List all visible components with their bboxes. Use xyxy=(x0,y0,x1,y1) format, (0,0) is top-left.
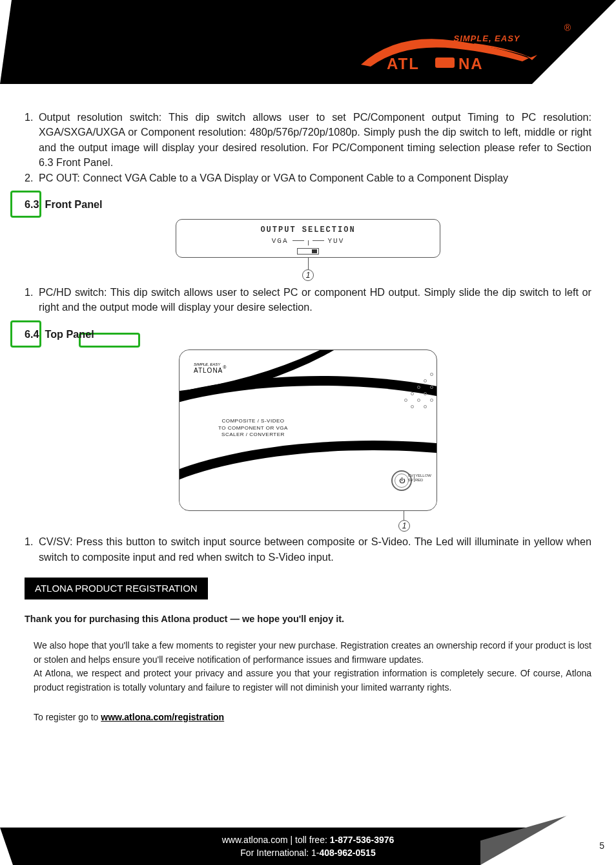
list-item: 1. Output resolution switch: This dip sw… xyxy=(25,110,591,171)
item-number: 1. xyxy=(25,285,39,315)
desc-line: to Component or VGA xyxy=(218,425,288,432)
item-text: PC/HD switch: This dip switch allows use… xyxy=(39,285,591,315)
section-6-4-heading: 6.4. Top Panel xyxy=(25,327,591,342)
thank-you-text: Thank you for purchasing this Atlona pro… xyxy=(25,612,591,626)
toll-free-number: 1-877-536-3976 xyxy=(330,835,395,845)
page-header: ® SIMPLE, EASY ATL NA xyxy=(0,0,616,84)
page-content: 1. Output resolution switch: This dip sw… xyxy=(0,84,616,725)
desc-line: Composite / S-Video xyxy=(218,418,288,424)
power-glyph: ⏻ xyxy=(399,477,405,485)
registration-paragraph: We also hope that you'll take a few mome… xyxy=(34,639,591,667)
device-top-outline: SIMPLE, EASY ATLONA® Composite / S-Video… xyxy=(179,349,437,511)
brand-logo: ® SIMPLE, EASY ATL NA xyxy=(358,19,539,74)
registration-section-label: ATLONA PRODUCT REGISTRATION xyxy=(25,578,208,599)
tee-line xyxy=(308,240,309,245)
svg-text:ATL: ATL xyxy=(387,55,420,72)
dip-switch-icon xyxy=(297,248,319,255)
callout-leader-line xyxy=(404,511,404,520)
registration-paragraph: At Atlona, we respect and protect your p… xyxy=(34,667,591,694)
device-front-outline: OUTPUT SELECTION VGA YUV xyxy=(176,219,440,258)
svg-text:NA: NA xyxy=(458,55,484,72)
section-6-4-list: 1. CV/SV: Press this button to switch in… xyxy=(25,534,591,565)
registration-link[interactable]: www.atlona.com/registration xyxy=(101,712,224,722)
device-description-text: Composite / S-Video to Component or VGA … xyxy=(218,418,288,438)
list-item: 2. PC OUT: Connect VGA Cable to a VGA Di… xyxy=(25,171,591,185)
item-text: CV/SV: Press this button to switch input… xyxy=(39,534,591,565)
intl-number: 408-962-0515 xyxy=(319,848,375,858)
red-label: RED xyxy=(415,478,424,482)
vga-label: VGA xyxy=(272,236,289,247)
desc-line: Scaler / Converter xyxy=(218,432,288,438)
yellow-label: YELLOW xyxy=(415,474,431,477)
callout-number: 1 xyxy=(302,269,314,281)
connector-line xyxy=(293,240,304,241)
list-item: 1. PC/HD switch: This dip switch allows … xyxy=(25,285,591,315)
footer-text: www.atlona.com | toll free: xyxy=(222,835,330,845)
section-6-3-list: 1. PC/HD switch: This dip switch allows … xyxy=(25,285,591,315)
section-6-2-list: 1. Output resolution switch: This dip sw… xyxy=(25,110,591,185)
heading-text: 6.3. Front Panel xyxy=(25,198,103,210)
registered-mark: ® xyxy=(223,365,227,370)
item-text: Output resolution switch: This dip switc… xyxy=(39,110,591,171)
logo-text: ATLONA xyxy=(194,367,223,374)
device-brand-logo: SIMPLE, EASY ATLONA® xyxy=(194,362,227,375)
heading-text: 6.4. Top Panel xyxy=(25,328,94,340)
output-selection-label: OUTPUT SELECTION xyxy=(260,225,355,236)
svg-rect-1 xyxy=(435,57,455,68)
registered-mark: ® xyxy=(564,23,571,33)
output-options-row: VGA YUV xyxy=(272,236,345,247)
callout-number: 1 xyxy=(398,520,410,532)
top-panel-diagram: SIMPLE, EASY ATLONA® Composite / S-Video… xyxy=(179,349,437,532)
registration-cta: To register go to www.atlona.com/registr… xyxy=(34,711,591,725)
page-number: 5 xyxy=(599,840,604,851)
button-legend: CVYELLOW SVRED xyxy=(408,474,431,482)
callout-wrap: 1 xyxy=(179,511,437,532)
footer-text: For International: 1- xyxy=(240,848,319,858)
sv-label: SV xyxy=(408,478,413,482)
cv-label: CV xyxy=(408,474,413,477)
section-6-3-heading: 6.3. Front Panel xyxy=(25,197,591,212)
item-number: 2. xyxy=(25,171,39,185)
list-item: 1. CV/SV: Press this button to switch in… xyxy=(25,534,591,565)
brand-tagline: SIMPLE, EASY xyxy=(396,34,577,43)
callout-leader-line xyxy=(308,258,309,269)
item-number: 1. xyxy=(25,110,39,171)
connector-line xyxy=(313,240,324,241)
registration-body: We also hope that you'll take a few mome… xyxy=(25,639,591,724)
item-number: 1. xyxy=(25,534,39,565)
cta-prefix: To register go to xyxy=(34,712,101,722)
item-text: PC OUT: Connect VGA Cable to a VGA Displ… xyxy=(39,171,591,185)
front-panel-diagram: OUTPUT SELECTION VGA YUV 1 xyxy=(176,219,440,281)
yuv-label: YUV xyxy=(328,236,345,247)
page-corner-fold xyxy=(480,787,616,865)
